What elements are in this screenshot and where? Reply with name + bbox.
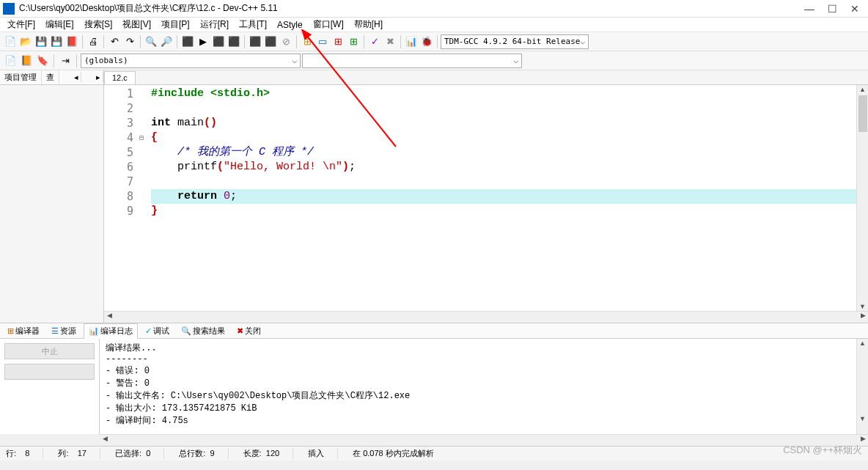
tab-search-results[interactable]: 🔍 搜索结果 [177,324,229,338]
app-icon [3,3,15,15]
status-sel: 已选择: 0 [115,448,164,459]
check-icon[interactable]: ✓ [367,34,382,49]
run-icon[interactable]: ▶ [196,34,210,49]
save-all-icon[interactable]: 💾 [49,34,64,49]
status-col: 列: 17 [58,448,100,459]
open-icon[interactable]: 📂 [18,34,33,49]
status-length: 长度: 120 [243,448,294,459]
bug-icon[interactable]: 🐞 [419,34,434,49]
sidetab-next-icon[interactable]: ▸ [94,73,103,82]
editor-tab-12c[interactable]: 12.c [104,71,136,84]
sidetab-project[interactable]: 项目管理 [0,70,42,84]
print-icon[interactable]: 🖨 [86,34,100,49]
separator [103,35,104,48]
minimize-button[interactable]: — [804,3,814,15]
grid4-icon[interactable]: ⊞ [346,34,361,49]
close-button[interactable]: ✕ [850,3,859,15]
redo-icon[interactable]: ↷ [122,34,137,49]
separator [296,35,297,48]
scroll-left-icon[interactable]: ◀ [104,312,114,323]
menu-search[interactable]: 搜索[S] [80,17,117,32]
compile-icon[interactable]: ⬛ [180,34,195,49]
bookmark-icon[interactable]: 🔖 [35,54,50,68]
vertical-scrollbar[interactable]: ▲ ▼ [856,85,868,311]
new-project-icon[interactable]: 📄 [3,54,18,68]
tab-resources[interactable]: ☰ 资源 [47,324,81,338]
abort-button[interactable]: 中止 [4,343,95,359]
code-editor[interactable]: #include <stdio.h> int main(){ /* 我的第一个 … [151,85,856,311]
editor-area: 12.c 123456789 ⊟ #include <stdio.h> int … [104,70,868,323]
horizontal-scrollbar[interactable]: ◀ ▶ [104,311,868,323]
stop-icon[interactable]: ⬛ [263,34,278,49]
undo-icon[interactable]: ↶ [107,34,122,49]
find-icon[interactable]: 🔍 [144,34,158,49]
window-title: C:\Users\qy002\Desktop\项目总文件夹\C程序\12.c -… [19,2,804,15]
scroll-thumb[interactable] [858,95,867,132]
compiler-profile-dropdown[interactable]: TDM-GCC 4.9.2 64-bit Release⌵ [441,34,589,49]
members-dropdown[interactable]: ⌵ [302,54,522,68]
editor-tabs: 12.c [104,70,868,85]
menu-run[interactable]: 运行[R] [196,17,233,32]
menu-tools[interactable]: 工具[T] [235,17,271,32]
separator [140,35,141,48]
separator [437,35,438,48]
grid1-icon[interactable]: ⊞ [300,34,315,49]
separator [82,35,83,48]
separator [244,35,245,48]
grid2-icon[interactable]: ▭ [315,34,330,49]
tab-debug[interactable]: ✓ 调试 [141,324,174,338]
status-row: 行: 8 [6,448,43,459]
maximize-button[interactable]: ☐ [828,3,837,15]
menu-bar: 文件[F] 编辑[E] 搜索[S] 视图[V] 项目[P] 运行[R] 工具[T… [0,18,868,32]
separator [364,35,364,48]
log-spare-button[interactable] [4,364,95,380]
compile-run-icon[interactable]: ⬛ [211,34,226,49]
menu-file[interactable]: 文件[F] [3,17,40,32]
menu-astyle[interactable]: AStyle [273,18,307,32]
watermark: CSDN @++杯烟火 [783,444,862,457]
scroll-left-icon[interactable]: ◀ [100,435,110,446]
fold-column[interactable]: ⊟ [139,85,151,311]
menu-project[interactable]: 项目[P] [157,17,194,32]
replace-icon[interactable]: 🔎 [159,34,174,49]
profile-icon[interactable]: ⊘ [279,34,293,49]
status-lines: 总行数: 9 [179,448,228,459]
rebuild-icon[interactable]: ⬛ [227,34,241,49]
compile-log-text[interactable]: 编译结果... -------- - 错误: 0 - 警告: 0 - 输出文件名… [100,339,856,434]
menu-edit[interactable]: 编辑[E] [41,17,78,32]
menu-window[interactable]: 窗口[W] [309,17,348,32]
scroll-down-icon[interactable]: ▼ [859,415,866,422]
menu-view[interactable]: 视图[V] [118,17,155,32]
close-file-icon[interactable]: 📕 [65,34,79,49]
sidetab-class[interactable]: 查 [42,70,59,84]
status-insert: 插入 [308,448,338,459]
sidetab-prev-icon[interactable]: ◂ [72,73,81,82]
chart-icon[interactable]: 📊 [404,34,419,49]
separator [76,54,77,67]
save-icon[interactable]: 💾 [34,34,48,49]
log-vertical-scrollbar[interactable]: ▲ ▼ [856,339,868,434]
compile-log-panel: 中止 编译结果... -------- - 错误: 0 - 警告: 0 - 输出… [0,339,868,434]
log-horizontal-scrollbar[interactable]: ◀ ▶ [100,434,868,446]
scroll-right-icon[interactable]: ▶ [858,312,868,323]
debug-icon[interactable]: ⬛ [248,34,262,49]
x-icon[interactable]: ✖ [383,34,397,49]
insert-icon[interactable]: 📙 [19,54,34,68]
main-area: 项目管理 查 ◂ ▸ 12.c 123456789 ⊟ #include <st… [0,70,868,323]
line-gutter: 123456789 [104,85,139,311]
menu-help[interactable]: 帮助[H] [350,17,387,32]
tab-close[interactable]: ✖ 关闭 [232,324,265,338]
goto-icon[interactable]: ⇥ [58,54,73,68]
scroll-down-icon[interactable]: ▼ [859,303,866,310]
scroll-up-icon[interactable]: ▲ [859,339,866,347]
tab-compile-log[interactable]: 📊 编译日志 [84,323,138,339]
status-parse: 在 0.078 秒内完成解析 [353,448,434,459]
scroll-up-icon[interactable]: ▲ [859,86,866,93]
title-bar: C:\Users\qy002\Desktop\项目总文件夹\C程序\12.c -… [0,0,868,18]
project-tree[interactable] [0,85,103,323]
grid3-icon[interactable]: ⊞ [331,34,345,49]
new-file-icon[interactable]: 📄 [3,34,18,49]
tab-compiler[interactable]: ⊞ 编译器 [3,324,44,338]
toolbar-main: 📄 📂 💾 💾 📕 🖨 ↶ ↷ 🔍 🔎 ⬛ ▶ ⬛ ⬛ ⬛ ⬛ ⊘ ⊞ ▭ ⊞ … [0,32,868,51]
globals-dropdown[interactable]: (globals)⌵ [81,54,301,68]
